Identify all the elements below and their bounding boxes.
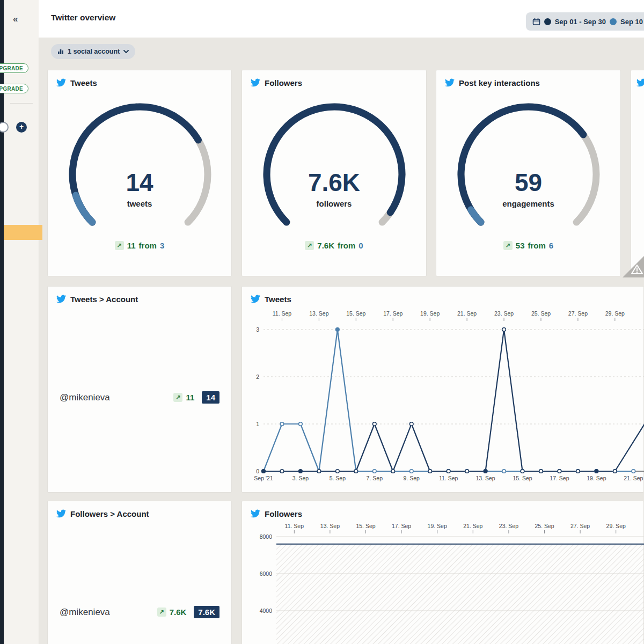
- account-row[interactable]: @mikenieva ↗ 7.6K 7.6K: [60, 606, 219, 618]
- svg-text:21. Sep: 21. Sep: [457, 310, 477, 317]
- social-account-selector[interactable]: 1 social account: [51, 44, 135, 59]
- primary-period-dot: [544, 18, 551, 25]
- svg-text:2: 2: [256, 374, 259, 380]
- tweets-account-card: Tweets > Account @mikenieva ↗ 11 14: [47, 286, 232, 493]
- gauge-value: 59: [436, 168, 620, 197]
- trend-up-icon: ↗: [305, 241, 314, 250]
- baseline-value: 0: [358, 241, 363, 250]
- svg-text:21. Sep: 21. Sep: [463, 523, 482, 529]
- twitter-icon: [56, 294, 66, 304]
- svg-text:25. Sep: 25. Sep: [535, 523, 554, 529]
- card-title: Followers > Account: [70, 509, 149, 518]
- delta-value: 7.6K: [317, 241, 334, 250]
- add-button[interactable]: +: [16, 122, 27, 133]
- tweets-gauge-card: Tweets 14 tweets ↗ 11 from 3: [47, 70, 232, 276]
- twitter-icon: [251, 509, 260, 518]
- svg-text:1: 1: [256, 421, 259, 427]
- calendar-icon: [532, 18, 540, 26]
- delta-value: 53: [516, 241, 525, 250]
- followers-area-chart: 80006000400011. Sep13. Sep15. Sep17. Sep…: [246, 521, 644, 644]
- tweets-chart-card: Tweets 012311. Sep13. Sep15. Sep17. Sep1…: [241, 286, 644, 493]
- trend-up-icon: ↗: [173, 393, 182, 402]
- svg-text:11. Sep: 11. Sep: [285, 523, 304, 529]
- twitter-icon: [636, 78, 644, 87]
- topbar: Twitter overview Sep 01 - Sep 30 Sep 10: [39, 0, 644, 38]
- svg-text:17. Sep: 17. Sep: [550, 475, 569, 481]
- gauge-delta-row: ↗ 53 from 6: [436, 241, 620, 250]
- svg-text:19. Sep: 19. Sep: [587, 475, 606, 481]
- clipped-gauge-card: [631, 70, 644, 276]
- date-range-selector[interactable]: Sep 01 - Sep 30 Sep 10: [526, 12, 644, 31]
- svg-text:15. Sep: 15. Sep: [513, 475, 532, 481]
- trend-up-icon: ↗: [115, 241, 124, 250]
- svg-text:9. Sep: 9. Sep: [404, 475, 420, 481]
- svg-text:7. Sep: 7. Sep: [367, 475, 383, 481]
- card-title: Followers: [265, 509, 302, 518]
- twitter-icon: [445, 78, 455, 87]
- svg-text:27. Sep: 27. Sep: [568, 310, 588, 317]
- gauge-delta-row: ↗ 7.6K from 0: [242, 241, 426, 250]
- card-title: Followers: [265, 78, 302, 87]
- interactions-gauge: [448, 99, 609, 228]
- page-title: Twitter overview: [51, 13, 115, 23]
- delta-value: 11: [127, 241, 136, 250]
- twitter-icon: [56, 78, 66, 87]
- svg-text:27. Sep: 27. Sep: [570, 523, 590, 529]
- svg-text:21. Sep: 21. Sep: [624, 475, 643, 481]
- svg-text:19. Sep: 19. Sep: [420, 310, 440, 317]
- resize-corner-warning[interactable]: [623, 256, 644, 277]
- account-row[interactable]: @mikenieva ↗ 11 14: [60, 391, 219, 404]
- svg-text:Sep '21: Sep '21: [254, 475, 273, 481]
- upgrade-button[interactable]: UPGRADE: [0, 84, 28, 93]
- gauge-delta-row: ↗ 11 from 3: [48, 241, 231, 250]
- trend-up-icon: ↗: [157, 608, 166, 617]
- gauge-value: 14: [48, 168, 231, 197]
- svg-text:11. Sep: 11. Sep: [273, 310, 292, 317]
- social-account-selector-label: 1 social account: [68, 48, 120, 55]
- svg-text:8000: 8000: [260, 533, 273, 540]
- card-title: Tweets: [70, 78, 97, 87]
- tweets-gauge: [60, 99, 221, 228]
- svg-text:13. Sep: 13. Sep: [320, 523, 340, 529]
- svg-text:6000: 6000: [260, 570, 273, 577]
- followers-account-card: Followers > Account @mikenieva ↗ 7.6K 7.…: [47, 501, 232, 644]
- value-badge: 14: [202, 391, 219, 404]
- baseline-value: 3: [160, 241, 164, 250]
- baseline-value: 6: [549, 241, 553, 250]
- svg-text:4000: 4000: [260, 608, 273, 614]
- svg-text:23. Sep: 23. Sep: [494, 310, 514, 317]
- delta-value: 11: [186, 393, 194, 402]
- chevron-down-icon: [123, 50, 129, 53]
- card-title: Tweets > Account: [70, 295, 138, 304]
- account-handle: @mikenieva: [60, 607, 154, 618]
- svg-text:13. Sep: 13. Sep: [309, 310, 328, 317]
- card-title: Tweets: [265, 295, 291, 304]
- sidebar: « UPGRADE UPGRADE +: [4, 0, 39, 644]
- gauge-unit: engagements: [436, 199, 620, 208]
- secondary-period-label: Sep 10: [620, 18, 643, 26]
- followers-gauge: [254, 99, 415, 228]
- sidebar-collapse-button[interactable]: «: [13, 14, 18, 25]
- svg-text:17. Sep: 17. Sep: [383, 310, 402, 317]
- twitter-icon: [56, 509, 66, 518]
- secondary-period-dot: [610, 18, 617, 25]
- svg-text:11. Sep: 11. Sep: [439, 475, 458, 481]
- twitter-icon: [251, 78, 260, 87]
- svg-text:3: 3: [256, 326, 259, 333]
- followers-chart-card: Followers 80006000400011. Sep13. Sep15. …: [241, 501, 644, 644]
- sidebar-circle-button[interactable]: [0, 122, 9, 133]
- dashboard-screen: « UPGRADE UPGRADE + Twitter overview Sep…: [0, 0, 644, 644]
- svg-text:5. Sep: 5. Sep: [330, 475, 346, 481]
- card-title: Post key interactions: [459, 78, 540, 87]
- interactions-gauge-card: Post key interactions 59 engagements ↗ 5…: [436, 70, 621, 276]
- svg-text:15. Sep: 15. Sep: [346, 310, 365, 317]
- value-badge: 7.6K: [194, 606, 219, 618]
- bar-chart-icon: [57, 48, 64, 55]
- svg-text:3. Sep: 3. Sep: [292, 475, 309, 481]
- delta-value: 7.6K: [170, 608, 187, 617]
- svg-text:19. Sep: 19. Sep: [428, 523, 447, 529]
- gauge-unit: followers: [242, 199, 426, 208]
- followers-gauge-card: Followers 7.6K followers ↗ 7.6K from 0: [241, 70, 427, 276]
- upgrade-button[interactable]: UPGRADE: [0, 63, 28, 73]
- sidebar-active-highlight: [4, 225, 42, 240]
